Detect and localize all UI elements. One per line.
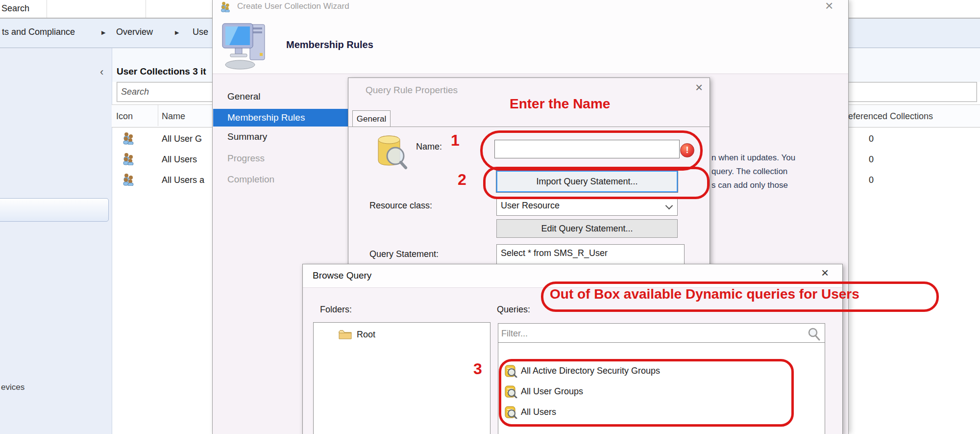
annotation-step-1: 1 — [451, 131, 460, 150]
annotation-enter-the-name: Enter the Name — [510, 96, 610, 112]
breadcrumb-item-user-collections[interactable]: Use — [193, 27, 208, 37]
sccm-console-screen: Search ts and Compliance ▶ Overview ▶ Us… — [0, 0, 980, 434]
referenced-collections-count: 0 — [869, 134, 874, 144]
collection-name: All User G — [162, 134, 202, 144]
dialog-title: Browse Query — [313, 270, 371, 281]
referenced-collections-count: 0 — [869, 175, 874, 185]
column-header-name[interactable]: Name — [162, 111, 185, 122]
breadcrumb-arrow-icon: ▶ — [175, 29, 179, 36]
computer-icon — [221, 21, 270, 70]
breadcrumb-item-overview[interactable]: Overview — [116, 27, 153, 37]
tab-strip-line — [348, 127, 710, 127]
collection-name: All Users — [162, 154, 197, 165]
ribbon-separator — [47, 0, 47, 18]
name-label: Name: — [416, 142, 442, 152]
resource-class-label: Resource class: — [369, 201, 432, 211]
breadcrumb-arrow-icon: ▶ — [101, 29, 105, 36]
folders-tree: Root — [313, 322, 490, 434]
collapse-pane-icon[interactable]: ‹ — [100, 66, 103, 78]
annotation-oval-name-field — [480, 130, 703, 171]
wizard-nav-membership-rules[interactable]: Membership Rules — [213, 109, 349, 127]
folder-name: Root — [357, 330, 375, 340]
navigation-pane: evices — [0, 48, 112, 434]
wizard-title: Create User Collection Wizard — [237, 1, 349, 11]
query-filter-box — [498, 323, 825, 344]
wizard-header: Create User Collection Wizard × Membersh… — [213, 0, 848, 74]
referenced-collections-count: 0 — [869, 154, 874, 165]
resource-class-value: User Resource — [501, 201, 560, 211]
annotation-step-2: 2 — [458, 171, 466, 189]
annotation-oval-import-button — [483, 167, 710, 199]
column-divider — [158, 105, 158, 126]
user-collection-icon — [122, 173, 135, 186]
query-statement-label: Query Statement: — [369, 249, 439, 259]
query-rule-icon — [371, 132, 409, 170]
user-collection-icon — [122, 153, 135, 165]
ribbon-search-tab[interactable]: Search — [1, 3, 29, 14]
tab-general[interactable]: General — [352, 110, 391, 127]
wizard-description-line: n when it updates. You — [711, 153, 795, 163]
wizard-description-line: query. The collection — [711, 167, 787, 177]
folders-label: Folders: — [320, 305, 352, 315]
wizard-close-icon[interactable]: × — [825, 0, 833, 14]
wizard-nav-membership-rules-label: Membership Rules — [227, 112, 305, 123]
folder-icon — [338, 329, 353, 340]
wizard-nav-summary[interactable]: Summary — [227, 131, 267, 142]
dialog-title: Query Rule Properties — [366, 85, 458, 96]
query-filter-input[interactable] — [498, 324, 825, 343]
user-collection-icon — [220, 1, 231, 12]
dialog-close-icon[interactable]: × — [821, 265, 829, 281]
column-header-icon[interactable]: Icon — [116, 111, 133, 122]
wizard-nav-general[interactable]: General — [227, 91, 261, 102]
edit-query-statement-button[interactable]: Edit Query Statement... — [496, 219, 678, 238]
navigation-node-button[interactable] — [0, 198, 109, 222]
query-statement-value: Select * from SMS_R_User — [501, 248, 608, 258]
annotation-rect-query-list — [499, 359, 794, 427]
breadcrumb-item-assets-and-compliance[interactable]: ts and Compliance — [2, 27, 75, 37]
collection-name: All Users a — [162, 175, 204, 185]
column-header-referenced-collections[interactable]: Referenced Collections — [842, 111, 933, 122]
wizard-nav-progress[interactable]: Progress — [227, 153, 265, 164]
wizard-page-heading: Membership Rules — [286, 39, 373, 51]
wizard-description-line: s can add only those — [711, 180, 788, 190]
annotation-step-3: 3 — [473, 360, 482, 378]
resource-class-dropdown[interactable]: User Resource — [496, 197, 678, 216]
user-collection-icon — [122, 132, 135, 145]
chevron-down-icon — [665, 202, 673, 210]
folder-item-root[interactable]: Root — [338, 329, 475, 342]
annotation-oob-queries-text: Out of Box available Dynamic queries for… — [550, 286, 859, 302]
ribbon-separator — [146, 0, 146, 18]
queries-label: Queries: — [497, 305, 530, 315]
search-icon — [807, 327, 821, 341]
list-title: User Collections 3 it — [117, 66, 206, 77]
sidebar-item-devices[interactable]: evices — [1, 383, 24, 392]
wizard-nav-completion[interactable]: Completion — [227, 174, 274, 185]
dialog-close-icon[interactable]: × — [695, 80, 703, 95]
